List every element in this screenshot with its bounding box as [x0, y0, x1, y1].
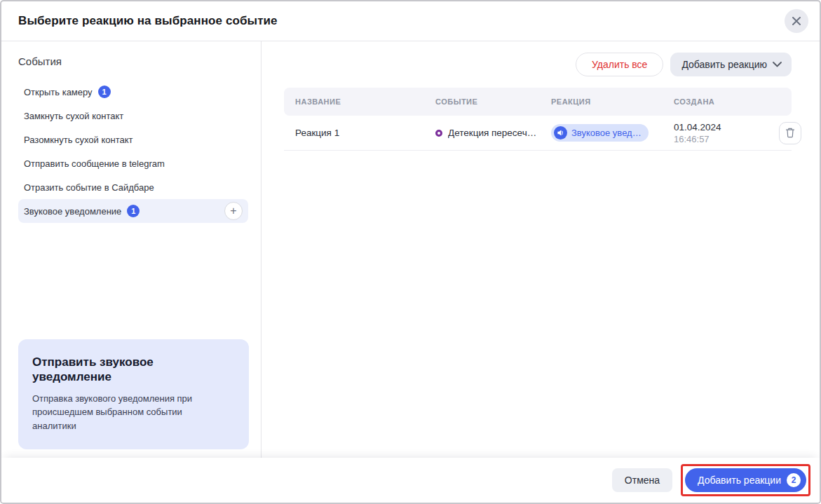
count-badge: 1: [98, 86, 111, 98]
created-time: 16:46:57: [674, 134, 779, 144]
events-sidebar: События Открыть камеру 1 Замкнуть сухой …: [1, 41, 262, 458]
modal-header: Выберите реакцию на выбранное событие: [1, 1, 820, 41]
event-item-label: Разомкнуть сухой контакт: [24, 135, 133, 145]
sidebar-item-open-camera[interactable]: Открыть камеру 1: [18, 80, 248, 104]
add-reaction-dropdown[interactable]: Добавить реакцию: [670, 53, 792, 76]
event-info-box: Отправить звуковое уведомление Отправка …: [18, 339, 249, 449]
reaction-event: Детекция пересеч…: [435, 128, 551, 138]
event-item-label: Отразить событие в Сайдбаре: [24, 182, 154, 193]
sidebar-item-telegram-message[interactable]: Отправить сообщение в telegram: [18, 151, 248, 175]
reaction-cell: Звуковое увед…: [551, 124, 674, 142]
delete-all-button[interactable]: Удалить все: [576, 53, 663, 76]
add-reactions-submit-button[interactable]: Добавить реакции 2: [685, 468, 806, 492]
column-header-reaction: РЕАКЦИЯ: [551, 97, 674, 106]
annotation-highlight-box: Добавить реакции 2: [681, 464, 810, 496]
table-row: Реакция 1 Детекция пересеч… Звуковое ув: [284, 116, 792, 151]
modal-body: События Открыть камеру 1 Замкнуть сухой …: [1, 41, 820, 458]
created-cell: 01.04.2024 16:46:57: [674, 122, 779, 144]
column-header-event: СОБЫТИЕ: [435, 97, 551, 106]
created-date: 01.04.2024: [674, 122, 779, 132]
cancel-button[interactable]: Отмена: [612, 468, 672, 492]
reactions-toolbar: Удалить все Добавить реакцию: [284, 53, 792, 76]
sidebar-heading: События: [18, 55, 248, 67]
reactions-pane: Удалить все Добавить реакцию НАЗВАНИЕ СО…: [262, 41, 820, 458]
event-item-label: Звуковое уведомление: [24, 206, 121, 217]
submit-count-badge: 2: [787, 473, 801, 487]
sidebar-item-sidebar-event[interactable]: Отразить событие в Сайдбаре: [18, 175, 248, 199]
event-item-label: Замкнуть сухой контакт: [24, 111, 123, 121]
sidebar-item-close-dry-contact[interactable]: Замкнуть сухой контакт: [18, 104, 248, 128]
event-item-label: Отправить сообщение в telegram: [24, 158, 165, 169]
count-badge: 1: [127, 205, 140, 217]
modal-title: Выберите реакцию на выбранное событие: [18, 14, 278, 28]
event-ring-icon: [435, 130, 442, 137]
submit-label: Добавить реакции: [698, 475, 781, 486]
trash-icon: [785, 128, 795, 138]
column-header-created: СОЗДАНА: [674, 97, 779, 106]
reaction-name: Реакция 1: [295, 128, 435, 138]
sidebar-item-open-dry-contact[interactable]: Разомкнуть сухой контакт: [18, 128, 248, 151]
info-box-description: Отправка звукового уведомления при проис…: [32, 392, 229, 433]
reaction-chip[interactable]: Звуковое увед…: [551, 124, 649, 142]
sidebar-item-sound-notification[interactable]: Звуковое уведомление 1 +: [18, 199, 248, 223]
speaker-icon: [554, 126, 567, 139]
chevron-down-icon: [773, 62, 782, 67]
add-sound-notification-button[interactable]: +: [224, 202, 243, 220]
reactions-table-header: НАЗВАНИЕ СОБЫТИЕ РЕАКЦИЯ СОЗДАНА: [284, 88, 792, 116]
column-header-name: НАЗВАНИЕ: [295, 97, 435, 106]
close-icon: [792, 16, 801, 26]
delete-row-button[interactable]: [779, 122, 801, 144]
row-actions: [779, 122, 801, 144]
delete-all-label: Удалить все: [592, 59, 647, 70]
plus-icon: +: [230, 205, 236, 217]
event-item-label: Открыть камеру: [24, 87, 93, 97]
info-box-title: Отправить звуковое уведомление: [32, 355, 208, 385]
add-reaction-label: Добавить реакцию: [681, 59, 767, 70]
close-button[interactable]: [785, 9, 808, 33]
cancel-label: Отмена: [625, 475, 660, 486]
reaction-chip-label: Звуковое увед…: [571, 128, 642, 138]
modal-footer: Отмена Добавить реакции 2: [1, 458, 820, 503]
event-name: Детекция пересеч…: [448, 128, 536, 138]
event-list: Открыть камеру 1 Замкнуть сухой контакт …: [18, 80, 248, 223]
reaction-modal: Выберите реакцию на выбранное событие Со…: [0, 0, 821, 504]
